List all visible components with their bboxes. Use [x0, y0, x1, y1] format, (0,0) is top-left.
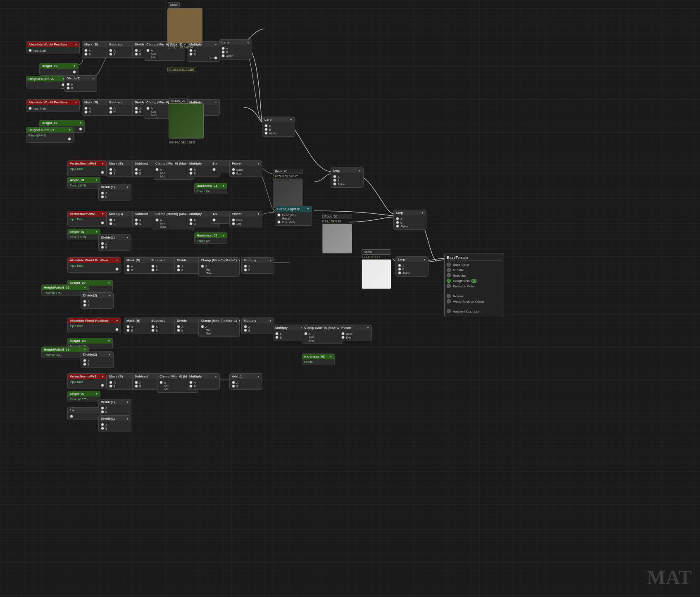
node-label: Multiply [189, 212, 202, 216]
label: B [402, 268, 405, 271]
pin [232, 218, 235, 222]
pin-blend: Blend (V3) [277, 213, 310, 217]
rock-01-value-top: 0.0876,0.09,0.0657 [273, 175, 302, 178]
lerp-2-header: Lerp [262, 117, 295, 122]
pin [101, 221, 104, 224]
pin [333, 182, 336, 186]
clamp-7-header: Clamp (Min=0) (Max=1) [302, 325, 343, 330]
metallic-label: Metallic [453, 268, 464, 272]
pin [201, 265, 204, 268]
label: Base [236, 168, 243, 171]
param-value: Param(0.004) [44, 353, 86, 356]
label: B [139, 111, 141, 114]
label: A [131, 265, 133, 268]
pin [135, 53, 138, 56]
pin [221, 50, 225, 54]
label: A [114, 219, 116, 222]
label: B [131, 329, 133, 332]
pin-a: A [333, 175, 361, 178]
label: A [205, 325, 207, 328]
label: A [105, 407, 107, 410]
sub-label: Input Data [33, 49, 46, 52]
vertex-normal-2-node: VertexNormalWS Input Data [67, 211, 107, 227]
param-value: Param(0.775) [44, 291, 86, 294]
pin [126, 268, 130, 272]
clamp-5-header: Clamp (Min=0) (Max=1) [199, 258, 239, 263]
pin-alpha: Alpha [396, 224, 424, 228]
pin-out [42, 70, 76, 74]
emissive-label: Emissive Color [453, 284, 475, 288]
angle-02-header: Angle_02 [68, 229, 100, 234]
label: B [105, 427, 107, 430]
pin-base: Base [341, 332, 369, 335]
pin-out [70, 267, 119, 271]
world-position-pin [447, 299, 451, 303]
pin [232, 222, 235, 225]
pin-b: B [189, 384, 217, 388]
param-value: Param [304, 361, 332, 363]
normal-label: Normal [453, 294, 464, 298]
output-pin [29, 49, 32, 52]
pin-a: A [201, 325, 237, 328]
roughness-value: 0 [471, 279, 476, 283]
absolute-world-pos-3-node: Absolute World Position Input Data [67, 257, 121, 273]
node-label: Subtract [109, 43, 122, 46]
node-label: VertexNormalWS [70, 375, 96, 378]
pin-max: Max [304, 339, 340, 342]
node-body: A Min Max [199, 323, 239, 337]
pin [275, 336, 279, 339]
node-body: Base Exp [230, 166, 262, 177]
pin-a: A [101, 423, 129, 426]
node-body: A B [99, 405, 131, 415]
angle-03-node: Angle_03 Param(0.375) [67, 391, 100, 402]
node-body: A Min Max [144, 47, 185, 60]
pin [109, 110, 112, 114]
label: A [114, 381, 116, 384]
label: Alpha [400, 225, 408, 228]
node-label: Lerp [396, 211, 403, 215]
node-label: Power [232, 212, 242, 216]
pin [101, 171, 104, 174]
grass-02-value: 0.0474,0.095,0.0157 [169, 141, 195, 144]
spacer2 [447, 305, 502, 308]
pin [109, 107, 112, 110]
label: A [156, 265, 158, 268]
hardness-03-header: Hardness_03 [302, 354, 334, 359]
pin-b: B [101, 410, 129, 413]
heightfalloff-01-node: HeightFalloff_01 Param(0.449) [26, 127, 74, 143]
pin-base: Base (V3) [277, 220, 310, 224]
node-body: A B [99, 190, 131, 200]
node-body: A B [242, 323, 274, 334]
pin [177, 265, 180, 268]
node-label: Hardness_01 [197, 184, 217, 188]
multiply-6-header: Multiply [242, 318, 274, 323]
base-color-pin [447, 263, 451, 267]
pin-a: A [155, 168, 192, 171]
vertex-normal-1-node: VertexNormalWS Input Data [67, 160, 107, 176]
label: A [205, 265, 207, 268]
angle-01-header: Angle_01 [68, 177, 100, 183]
hardness-03-node: Hardness_03 Param [302, 353, 335, 365]
node-label: Power [232, 162, 242, 165]
base-terrain-output: BaseTerrain Base Color Metallic Specular… [444, 253, 504, 317]
ambient-occlusion-pin [447, 309, 451, 313]
node-label: Lerp [264, 118, 271, 122]
pin [84, 107, 88, 110]
param-value: Param(17.9) [70, 184, 98, 187]
pin-b: B [101, 246, 129, 249]
node-body: A B Alpha [331, 173, 363, 187]
spacer [447, 289, 502, 293]
label: A [89, 107, 91, 110]
pin [101, 427, 104, 430]
label: A [139, 381, 141, 384]
node-body: A Min Max [199, 263, 239, 276]
pin [177, 268, 180, 272]
label: Min [309, 336, 314, 339]
node-label: Lerp [398, 258, 405, 261]
oneminusx-3-node: 1-x [67, 407, 100, 420]
label: Min [160, 172, 165, 174]
pin-base: Base [232, 218, 260, 222]
node-body: A B Alpha [219, 45, 252, 59]
rock-01-texture [273, 179, 302, 208]
specular-row: Specular [447, 273, 502, 277]
